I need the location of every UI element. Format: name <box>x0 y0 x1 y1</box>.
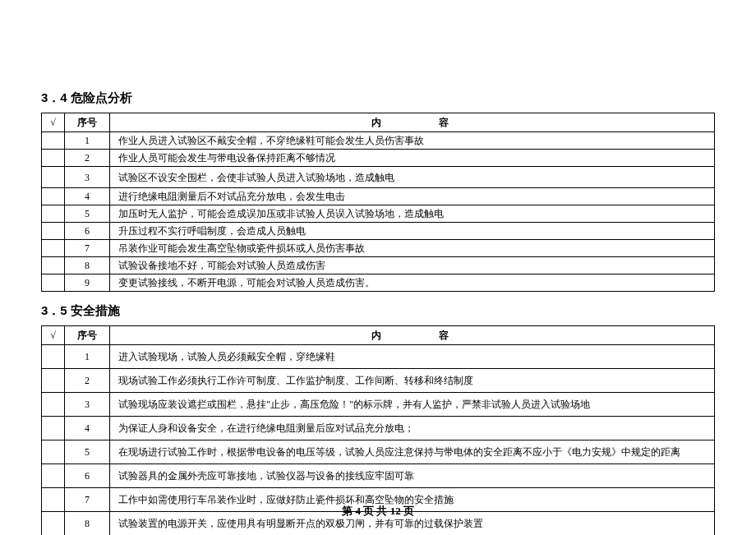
table-row: 6 试验器具的金属外壳应可靠接地，试验仪器与设备的接线应牢固可靠 <box>42 464 715 488</box>
table-row: 8 试验设备接地不好，可能会对试验人员造成伤害 <box>42 257 715 274</box>
table-row: 2 现场试验工作必须执行工作许可制度、工作监护制度、工作间断、转移和终结制度 <box>42 369 715 393</box>
table-row: 4 进行绝缘电阻测量后不对试品充分放电，会发生电击 <box>42 188 715 205</box>
table-row: 3 试验区不设安全围栏，会使非试验人员进入试验场地，造成触电 <box>42 167 715 188</box>
table-row: 9 变更试验接线，不断开电源，可能会对试验人员造成伤害。 <box>42 274 715 292</box>
table-row: 5 在现场进行试验工作时，根据带电设备的电压等级，试验人员应注意保持与带电体的安… <box>42 440 715 464</box>
table-row: 3 试验现场应装设遮拦或围栏，悬挂"止步，高压危险！"的标示牌，并有人监护，严禁… <box>42 393 715 417</box>
header-check: √ <box>42 113 65 132</box>
header-content: 内容 <box>110 113 715 132</box>
page-footer: 第 4 页 共 12 页 <box>41 504 715 519</box>
table-row: 7 吊装作业可能会发生高空坠物或瓷件损坏或人员伤害事故 <box>42 240 715 257</box>
table-row: 1 进入试验现场，试验人员必须戴安全帽，穿绝缘鞋 <box>42 345 715 369</box>
section-title-1: 3．4 危险点分析 <box>41 90 715 106</box>
section-title-2: 3．5 安全措施 <box>41 303 715 319</box>
hazard-analysis-table: √ 序号 内容 1 作业人员进入试验区不戴安全帽，不穿绝缘鞋可能会发生人员伤害事… <box>41 113 715 292</box>
header-num: 序号 <box>65 326 110 345</box>
table-row: 5 加压时无人监护，可能会造成误加压或非试验人员误入试验场地，造成触电 <box>42 205 715 223</box>
table-row: 2 作业人员可能会发生与带电设备保持距离不够情况 <box>42 150 715 167</box>
table-row: 1 作业人员进入试验区不戴安全帽，不穿绝缘鞋可能会发生人员伤害事故 <box>42 132 715 150</box>
header-content: 内容 <box>110 326 715 345</box>
table-row: 6 升压过程不实行呼唱制度，会造成人员触电 <box>42 223 715 240</box>
table-row: 4 为保证人身和设备安全，在进行绝缘电阻测量后应对试品充分放电； <box>42 417 715 440</box>
header-num: 序号 <box>65 113 110 132</box>
header-check: √ <box>42 326 65 345</box>
